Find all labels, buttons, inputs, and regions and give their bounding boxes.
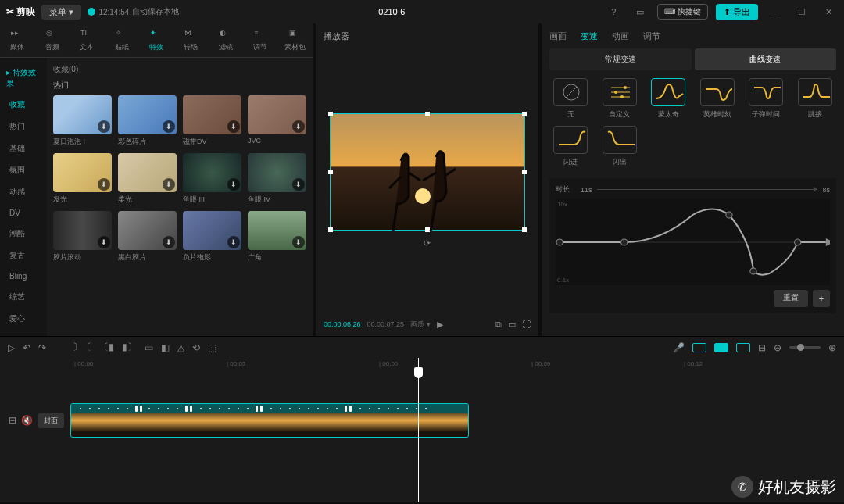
video-clip[interactable]: [70, 403, 469, 438]
download-icon[interactable]: ⬇: [227, 236, 240, 248]
track-toggle-2[interactable]: [714, 343, 728, 352]
speed-preset-flashin[interactable]: 闪进: [549, 126, 592, 167]
effect-card[interactable]: ⬇JVC: [248, 95, 306, 147]
minimize-button[interactable]: —: [766, 7, 785, 16]
curve-speed-tab[interactable]: 曲线变速: [695, 48, 837, 70]
asset-tab-transition[interactable]: ⋈转场: [173, 23, 208, 57]
asset-tab-audio[interactable]: ◎音频: [34, 23, 69, 57]
category-item[interactable]: 潮酷: [0, 223, 47, 245]
track-mute-icon[interactable]: 🔇: [21, 415, 33, 426]
track-lock-icon[interactable]: ⊟: [9, 415, 16, 426]
category-item[interactable]: 热门: [0, 116, 47, 138]
download-icon[interactable]: ⬇: [292, 178, 305, 191]
category-item[interactable]: 基础: [0, 138, 47, 159]
effect-card[interactable]: ⬇黑白胶片: [118, 211, 177, 263]
close-button[interactable]: ✕: [819, 7, 838, 17]
hotkey-button[interactable]: ⌨ 快捷键: [657, 4, 708, 20]
download-icon[interactable]: ⬇: [163, 178, 175, 191]
effect-card[interactable]: ⬇鱼眼 IV: [248, 153, 306, 205]
redo-button[interactable]: ↷: [38, 342, 46, 353]
asset-tab-text[interactable]: TI文本: [70, 23, 104, 57]
category-item[interactable]: Bling: [0, 266, 47, 286]
category-item[interactable]: 氛围: [0, 159, 47, 181]
timeline[interactable]: | 00:00| 00:03| 00:06| 00:09| 00:12 ⊟ 🔇 …: [0, 358, 844, 502]
effect-card[interactable]: ⬇负片拖影: [183, 211, 241, 263]
effect-card[interactable]: ⬇广角: [248, 211, 306, 263]
normal-speed-tab[interactable]: 常规变速: [549, 48, 692, 70]
effect-card[interactable]: ⬇柔光: [118, 153, 177, 205]
track-toggle-1[interactable]: [692, 343, 706, 352]
play-button[interactable]: ▶: [437, 320, 443, 330]
effect-card[interactable]: ⬇鱼眼 III: [183, 153, 241, 205]
crop-tool[interactable]: ⬚: [208, 342, 216, 353]
zoom-in-button[interactable]: ⊕: [828, 342, 836, 353]
align-icon[interactable]: ⊟: [758, 342, 766, 353]
effect-card[interactable]: ⬇磁带DV: [183, 95, 241, 147]
menu-button[interactable]: 菜单 ▾: [41, 5, 81, 20]
zoom-slider[interactable]: [789, 346, 821, 349]
split-tool[interactable]: 〕〔: [73, 341, 91, 354]
effect-card[interactable]: ⬇夏日泡泡 I: [53, 95, 112, 147]
reset-button[interactable]: 重置: [774, 290, 808, 307]
zoom-out-button[interactable]: ⊖: [774, 342, 781, 353]
effect-card[interactable]: ⬇彩色碎片: [118, 95, 177, 147]
layout-icon[interactable]: ▭: [631, 7, 649, 17]
category-item[interactable]: 复古: [0, 245, 47, 266]
download-icon[interactable]: ⬇: [163, 236, 175, 248]
speed-preset-custom[interactable]: 自定义: [599, 78, 642, 120]
download-icon[interactable]: ⬇: [98, 120, 110, 133]
download-icon[interactable]: ⬇: [98, 236, 110, 248]
compare-icon[interactable]: ⧉: [495, 320, 502, 330]
asset-tab-filter[interactable]: ◐滤镜: [209, 23, 243, 57]
effect-card[interactable]: ⬇胶片滚动: [53, 211, 112, 263]
download-icon[interactable]: ⬇: [292, 236, 305, 248]
prop-tab[interactable]: 变速: [581, 30, 598, 42]
download-icon[interactable]: ⬇: [98, 178, 110, 191]
rotate-tool[interactable]: ⟲: [192, 342, 200, 353]
delete-tool[interactable]: ▭: [145, 342, 153, 353]
fullscreen-icon[interactable]: ⛶: [522, 320, 531, 329]
quality-label[interactable]: 画质 ▾: [410, 320, 431, 330]
category-item[interactable]: 收藏: [0, 94, 47, 116]
freeze-tool[interactable]: ◧: [161, 342, 170, 353]
effect-card[interactable]: ⬇发光: [53, 153, 112, 205]
maximize-button[interactable]: ☐: [792, 7, 811, 17]
track-toggle-3[interactable]: [736, 343, 750, 352]
download-icon[interactable]: ⬇: [292, 120, 305, 133]
speed-preset-montage[interactable]: 蒙太奇: [647, 78, 690, 120]
speed-preset-none[interactable]: 无: [549, 78, 592, 120]
video-preview[interactable]: [330, 113, 525, 231]
delete-left-tool[interactable]: 〔▮: [99, 341, 114, 354]
download-icon[interactable]: ⬇: [163, 120, 175, 133]
speed-preset-jump[interactable]: 跳接: [794, 78, 837, 120]
select-tool[interactable]: ▷: [8, 342, 15, 353]
delete-right-tool[interactable]: ▮〕: [122, 341, 137, 354]
ratio-icon[interactable]: ▭: [508, 320, 516, 330]
export-button[interactable]: ⬆ 导出: [716, 4, 758, 20]
category-item[interactable]: 动感: [0, 181, 47, 203]
prop-tab[interactable]: 画面: [549, 30, 567, 42]
add-point-button[interactable]: +: [813, 290, 830, 307]
category-item[interactable]: 自然: [0, 330, 47, 336]
playhead[interactable]: [418, 358, 419, 502]
category-item[interactable]: 综艺: [0, 286, 47, 308]
prop-tab[interactable]: 调节: [643, 30, 660, 42]
category-item[interactable]: 爱心: [0, 308, 47, 330]
rotate-icon[interactable]: ⟳: [424, 238, 431, 248]
curve-canvas[interactable]: 10x 0.1x: [556, 199, 830, 285]
cover-button[interactable]: 封面: [38, 413, 64, 428]
mic-icon[interactable]: 🎤: [673, 342, 685, 353]
download-icon[interactable]: ⬇: [227, 178, 240, 191]
prop-tab[interactable]: 动画: [612, 30, 629, 42]
mirror-tool[interactable]: △: [177, 342, 184, 353]
asset-tab-media[interactable]: ▸▸媒体: [0, 23, 34, 57]
asset-tab-adjust[interactable]: ≡调节: [243, 23, 277, 57]
asset-tab-pack[interactable]: ▣素材包: [278, 23, 313, 57]
download-icon[interactable]: ⬇: [227, 120, 240, 133]
asset-tab-sticker[interactable]: ✧贴纸: [104, 23, 138, 57]
category-item[interactable]: DV: [0, 203, 47, 223]
speed-preset-hero[interactable]: 英雄时刻: [696, 78, 739, 120]
speed-preset-flashout[interactable]: 闪出: [599, 126, 642, 167]
speed-preset-bullet[interactable]: 子弹时间: [745, 78, 788, 120]
help-icon[interactable]: ?: [604, 7, 623, 16]
